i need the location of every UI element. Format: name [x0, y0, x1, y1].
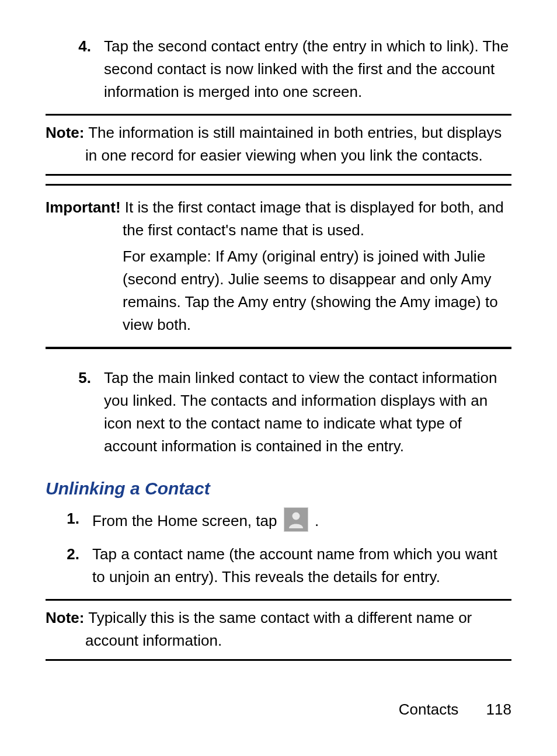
section-heading-unlinking: Unlinking a Contact [46, 475, 511, 501]
note-block-1: Note: The information is still maintaine… [46, 114, 511, 176]
important-block: Important! It is the first contact image… [46, 184, 511, 349]
step1-post-text: . [315, 512, 319, 529]
note-content: Note: Typically this is the same contact… [46, 607, 511, 652]
footer-page-number: 118 [486, 701, 511, 718]
step-text: Tap the main linked contact to view the … [104, 367, 511, 458]
ordered-step-5: 5. Tap the main linked contact to view t… [57, 367, 511, 458]
step-number: 4. [57, 35, 104, 103]
step-number: 5. [57, 367, 104, 458]
step1-pre-text: From the Home screen, tap [92, 512, 281, 529]
important-line1: Important! It is the first contact image… [46, 196, 511, 242]
step-text: From the Home screen, tap . [92, 507, 511, 532]
note-content: Note: The information is still maintaine… [46, 121, 511, 167]
unlink-step-2: 2. Tap a contact name (the account name … [57, 543, 511, 588]
contacts-app-icon [284, 507, 308, 532]
important-label: Important! [46, 198, 121, 216]
step-text: Tap a contact name (the account name fro… [92, 543, 511, 588]
note-label: Note: [46, 124, 84, 141]
document-page: 4. Tap the second contact entry (the ent… [0, 0, 557, 756]
step-text: Tap the second contact entry (the entry … [104, 35, 511, 103]
important-text-2: For example: If Amy (original entry) is … [46, 245, 511, 336]
page-footer: Contacts 118 [399, 698, 511, 721]
step-number: 2. [57, 543, 92, 588]
footer-section-name: Contacts [399, 701, 459, 718]
note-text: The information is still maintained in b… [85, 124, 502, 164]
unlink-step-1: 1. From the Home screen, tap . [57, 507, 511, 532]
ordered-step-4: 4. Tap the second contact entry (the ent… [57, 35, 511, 103]
note-block-2: Note: Typically this is the same contact… [46, 599, 511, 661]
important-text-1: It is the first contact image that is di… [123, 198, 504, 239]
svg-point-0 [292, 513, 300, 520]
note-label: Note: [46, 609, 84, 626]
note-text: Typically this is the same contact with … [85, 609, 472, 649]
step-number: 1. [57, 507, 92, 532]
